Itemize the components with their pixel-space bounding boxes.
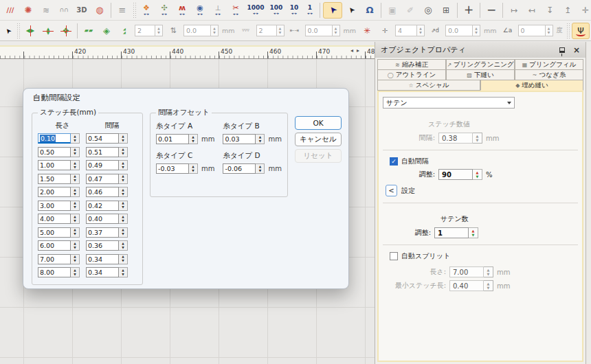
tab-outline[interactable]: ◯アウトライン xyxy=(377,69,446,80)
tab-pull-fill[interactable]: ▦プリングフィル xyxy=(515,59,583,70)
select-tool-icon[interactable]: ➤ xyxy=(323,2,342,19)
spinner[interactable]: ▲▼ xyxy=(119,254,128,264)
stitch-bar-icon[interactable]: ≡ xyxy=(114,2,131,19)
jump-100-icon[interactable]: 100◂─▸ xyxy=(267,2,285,19)
bobbin-func-icon[interactable]: ◉◂─▸ xyxy=(192,2,208,19)
skew-h-icon[interactable]: ▰▰ xyxy=(80,23,97,39)
zoom-in-icon[interactable]: + xyxy=(460,2,477,19)
tab-connectors[interactable]: ~つなぎ糸 xyxy=(515,69,583,80)
spinner[interactable]: ▲▼ xyxy=(71,187,80,197)
tab-fill-stitch[interactable]: ◆埋め縫い xyxy=(480,80,583,91)
stitch-length-input-4[interactable]: 2.00 xyxy=(38,187,71,197)
stitch-length-input-7[interactable]: 5.00 xyxy=(38,227,71,238)
stitch-length-input-10[interactable]: 8.00 xyxy=(38,267,71,277)
reshape-tool-icon[interactable]: ➤ xyxy=(344,2,360,19)
3d-warp-icon[interactable]: 3D xyxy=(74,2,90,19)
stitch-length-input-6[interactable]: 4.00 xyxy=(38,214,71,224)
stitch-length-input-1[interactable]: 0.50 xyxy=(38,147,71,157)
travel-down-icon[interactable]: ↧ xyxy=(542,2,558,19)
close-icon[interactable]: × xyxy=(573,46,580,54)
spinner[interactable]: ▲▼ xyxy=(71,201,80,211)
thread-type-input-2[interactable]: -0.03 xyxy=(156,163,189,174)
jump-1-icon[interactable]: 1◂─▸ xyxy=(303,2,317,19)
calculator-icon[interactable]: ⊞ xyxy=(438,2,454,19)
stitch-length-input-9[interactable]: 7.00 xyxy=(38,254,71,264)
zoom-out-icon[interactable]: − xyxy=(483,2,500,19)
distance-icon[interactable]: ⇗d xyxy=(427,23,443,39)
needle-func-icon[interactable]: ⊥◂─▸ xyxy=(210,2,226,19)
spinner[interactable]: ▲▼ xyxy=(71,174,80,184)
scroll-right-icon[interactable]: ▸ xyxy=(357,47,359,54)
ok-button[interactable]: OK xyxy=(295,116,342,130)
stitch-spacing-input-0[interactable]: 0.54 xyxy=(86,133,119,144)
stitch-spacing-input-5[interactable]: 0.42 xyxy=(86,201,119,211)
col-gap-icon[interactable]: ⇤⇥ xyxy=(287,23,303,39)
spinner[interactable]: ▲▼ xyxy=(119,267,128,277)
stitch-spacing-input-8[interactable]: 0.36 xyxy=(86,240,119,251)
wrap-count-icon[interactable]: ▿▿▿ xyxy=(238,23,254,39)
auto-spacing-checkbox[interactable]: ✓ xyxy=(390,157,398,166)
mirror-xy-icon[interactable]: ❖ xyxy=(58,23,74,39)
spinner[interactable]: ▲▼ xyxy=(119,160,128,170)
spacing-spinner[interactable]: ▲▼ xyxy=(473,133,482,144)
photo-stitch-icon[interactable]: ◍ xyxy=(91,2,108,19)
stitch-length-input-2[interactable]: 1.00 xyxy=(38,160,71,170)
spinner[interactable]: ▲▼ xyxy=(71,147,80,157)
spinner[interactable]: ▲▼ xyxy=(119,227,128,238)
spinner[interactable]: ▲▼ xyxy=(71,227,80,238)
stitch-spacing-input-6[interactable]: 0.40 xyxy=(86,214,119,224)
wrap-count-input[interactable]: 2▲▼ xyxy=(256,25,285,36)
pin-icon[interactable] xyxy=(559,47,565,53)
select-tool-small-icon[interactable]: ➤ xyxy=(2,23,14,39)
col-gap-input[interactable]: 0.0▲▼ xyxy=(305,25,340,36)
spinner[interactable]: ▲▼ xyxy=(189,134,198,144)
color-star-icon[interactable]: ✳ xyxy=(359,23,375,39)
stitch-spacing-input-1[interactable]: 0.51 xyxy=(86,147,119,157)
stitch-spacing-input-7[interactable]: 0.37 xyxy=(86,227,119,238)
travel-up-icon[interactable]: ↥ xyxy=(559,2,576,19)
spinner[interactable]: ▲▼ xyxy=(189,163,198,174)
spinner[interactable]: ▲▼ xyxy=(119,187,128,197)
zigzag-func-icon[interactable]: ʍ◂─▸ xyxy=(174,2,190,19)
tab-special[interactable]: ☆スペシャル xyxy=(377,80,480,91)
spacing-value-input[interactable]: 0.38 xyxy=(438,133,473,144)
cancel-button[interactable]: キャンセル xyxy=(295,133,342,146)
stitch-length-input-0[interactable]: 0.10 xyxy=(38,133,71,144)
scroll-left-icon[interactable]: ◂ xyxy=(350,47,353,54)
motif-fill-icon[interactable]: ∩∩ xyxy=(56,2,72,19)
tab-shrink-compensation[interactable]: ≋縮み補正 xyxy=(377,59,446,70)
stitch-length-input-3[interactable]: 1.50 xyxy=(38,174,71,184)
colorchange-func-icon[interactable]: ❖◂─▸ xyxy=(138,2,155,19)
spinner[interactable]: ▲▼ xyxy=(119,133,128,144)
point-count-input[interactable]: 4▲▼ xyxy=(395,25,425,36)
stitch-length-input-5[interactable]: 3.00 xyxy=(38,201,71,211)
split-length-input[interactable]: 7.00 xyxy=(449,266,484,277)
thread-type-input-1[interactable]: 0.03 xyxy=(223,134,256,144)
spinner[interactable]: ▲▼ xyxy=(119,240,128,251)
stitch-spacing-input-3[interactable]: 0.47 xyxy=(86,174,119,184)
min-stitch-input[interactable]: 0.40 xyxy=(449,280,484,291)
spinner[interactable]: ▲▼ xyxy=(71,133,80,144)
spinner[interactable]: ▲▼ xyxy=(119,174,128,184)
angle-input[interactable]: 0▲▼ xyxy=(518,25,553,36)
jump-1000-icon[interactable]: 1000◂─▸ xyxy=(245,2,266,19)
travel-free-icon[interactable]: ✛ xyxy=(577,2,591,19)
distance-input[interactable]: 0.0▲▼ xyxy=(445,25,480,36)
stitch-type-select[interactable]: サテン xyxy=(383,97,515,109)
settings-expand-button[interactable]: < xyxy=(386,185,397,196)
thread-type-input-0[interactable]: 0.01 xyxy=(156,134,189,144)
mirror-v-icon[interactable]: ▲ ▼ xyxy=(40,23,56,39)
satin-adjust-spinner[interactable]: ▲▼ xyxy=(469,227,478,238)
spinner[interactable]: ▲▼ xyxy=(71,160,80,170)
travel-end-icon[interactable]: ↦ xyxy=(506,2,522,19)
jump-10-icon[interactable]: 10◂─▸ xyxy=(287,2,302,19)
zigzag-fill-icon[interactable]: ∕∕∕ xyxy=(2,2,19,19)
tab-underlay[interactable]: ▨下縫い xyxy=(446,69,515,80)
stitch-spacing-input-2[interactable]: 0.49 xyxy=(86,160,119,170)
rotate-45-icon[interactable]: ◈ xyxy=(98,23,115,39)
spinner[interactable]: ▲▼ xyxy=(71,254,80,264)
spinner[interactable]: ▲▼ xyxy=(71,240,80,251)
row-gap-icon[interactable]: ⇅ xyxy=(165,23,181,39)
repeat-count-input[interactable]: 2▲▼ xyxy=(135,25,163,36)
spinner[interactable]: ▲▼ xyxy=(119,201,128,211)
